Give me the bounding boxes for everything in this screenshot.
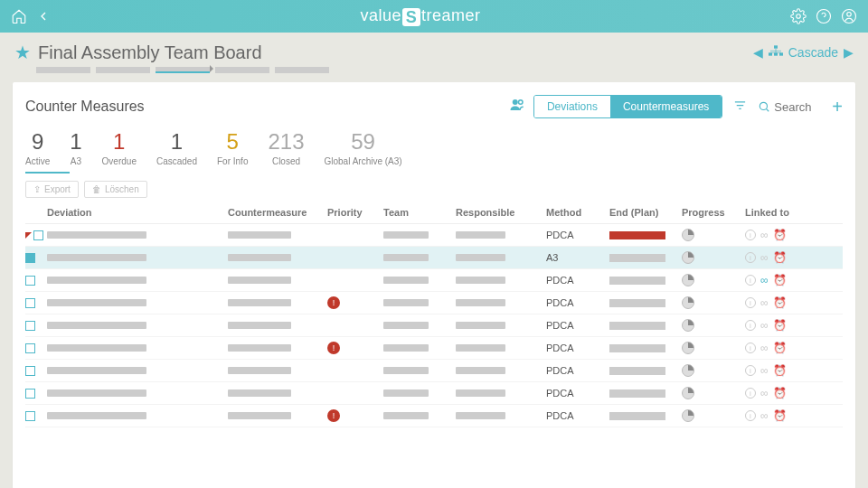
chevron-right-icon[interactable]: ▶	[844, 45, 854, 60]
alarm-icon[interactable]: ⏰	[773, 387, 787, 399]
link-icon[interactable]: ∞	[760, 251, 769, 264]
stat-active[interactable]: 9Active	[25, 129, 70, 174]
stat-global-archive-a3-[interactable]: 59Global Archive (A3)	[325, 129, 422, 174]
table-row[interactable]: !PDCAi∞⏰	[25, 292, 843, 314]
info-icon[interactable]: i	[745, 365, 756, 376]
alarm-icon[interactable]: ⏰	[773, 319, 787, 332]
checkbox[interactable]	[25, 343, 35, 353]
stat-closed[interactable]: 213Closed	[268, 129, 324, 174]
stat-overdue[interactable]: 1Overdue	[102, 129, 156, 174]
link-icon[interactable]: ∞	[760, 229, 769, 241]
info-icon[interactable]: i	[745, 230, 756, 240]
responsible-text	[456, 254, 505, 261]
home-icon[interactable]	[11, 8, 27, 24]
table-row[interactable]: PDCAi∞⏰	[25, 224, 843, 247]
info-icon[interactable]: i	[745, 388, 756, 399]
checkbox[interactable]	[25, 298, 35, 308]
search[interactable]	[758, 100, 819, 114]
method-text: PDCA	[546, 410, 609, 421]
team-text	[383, 254, 429, 261]
tab[interactable]	[215, 67, 269, 73]
col-method[interactable]: Method	[546, 207, 609, 218]
link-icon[interactable]: ∞	[760, 364, 769, 377]
table-row[interactable]: !PDCAi∞⏰	[25, 337, 843, 360]
gear-icon[interactable]	[790, 8, 807, 24]
add-button[interactable]: +	[832, 97, 843, 117]
info-icon[interactable]: i	[745, 252, 756, 263]
toggle-deviations[interactable]: Deviations	[534, 96, 610, 117]
col-linked[interactable]: Linked to	[745, 207, 817, 218]
col-responsible[interactable]: Responsible	[456, 207, 546, 218]
search-icon	[758, 100, 770, 113]
col-end[interactable]: End (Plan)	[609, 207, 682, 218]
link-icon[interactable]: ∞	[760, 409, 769, 422]
table-row[interactable]: PDCAi∞⏰	[25, 314, 843, 337]
checkbox[interactable]	[25, 276, 35, 286]
stat-a3[interactable]: 1A3	[70, 129, 101, 174]
alarm-icon[interactable]: ⏰	[773, 296, 787, 309]
chevron-left-icon[interactable]: ◀	[753, 45, 763, 60]
info-icon[interactable]: i	[745, 343, 756, 353]
col-deviation[interactable]: Deviation	[47, 207, 228, 218]
cascade-nav[interactable]: ◀ Cascade ▶	[753, 45, 854, 61]
search-input[interactable]	[774, 100, 819, 114]
linked-icons: i∞⏰	[745, 409, 817, 422]
svg-point-12	[513, 99, 518, 105]
table-row[interactable]: !PDCAi∞⏰	[25, 405, 843, 427]
end-plan-bar	[609, 412, 665, 420]
responsible-text	[456, 389, 505, 397]
svg-rect-7	[774, 52, 778, 55]
link-icon[interactable]: ∞	[760, 387, 769, 399]
back-icon[interactable]	[36, 9, 51, 23]
col-team[interactable]: Team	[383, 207, 456, 218]
table-row[interactable]: PDCAi∞⏰	[25, 360, 843, 382]
table-row[interactable]: A3i∞⏰	[25, 247, 843, 269]
checkbox[interactable]	[25, 389, 35, 399]
table-row[interactable]: PDCAi∞⏰	[25, 382, 843, 405]
col-countermeasure[interactable]: Countermeasure	[228, 207, 327, 218]
filter-icon[interactable]	[733, 99, 747, 115]
checkbox[interactable]	[25, 253, 35, 263]
help-icon[interactable]	[816, 8, 832, 24]
user-icon[interactable]	[841, 8, 857, 24]
stat-cascaded[interactable]: 1Cascaded	[156, 129, 217, 174]
tab[interactable]	[275, 67, 329, 73]
tab[interactable]	[96, 67, 150, 73]
link-icon[interactable]: ∞	[760, 274, 769, 286]
method-text: PDCA	[546, 275, 609, 286]
people-icon[interactable]	[508, 97, 526, 117]
col-progress[interactable]: Progress	[682, 207, 745, 218]
checkbox[interactable]	[25, 366, 35, 376]
toggle-countermeasures[interactable]: Countermeasures	[610, 96, 722, 117]
col-priority[interactable]: Priority	[327, 207, 383, 218]
alarm-icon[interactable]: ⏰	[773, 342, 787, 354]
deviation-text	[47, 254, 146, 261]
delete-button[interactable]: 🗑 Löschen	[84, 181, 147, 198]
link-icon[interactable]: ∞	[760, 319, 769, 332]
alarm-icon[interactable]: ⏰	[773, 409, 787, 422]
alarm-icon[interactable]: ⏰	[773, 251, 787, 264]
alarm-icon[interactable]: ⏰	[773, 364, 787, 377]
progress-icon	[682, 229, 694, 241]
export-button[interactable]: ⇪ Export	[25, 181, 79, 198]
info-icon[interactable]: i	[745, 297, 756, 308]
link-icon[interactable]: ∞	[760, 342, 769, 354]
page-header: ★ Final Assembly Team Board ◀ Cascade ▶	[0, 33, 868, 63]
info-icon[interactable]: i	[745, 275, 756, 286]
checkbox[interactable]	[25, 411, 35, 421]
tab-active[interactable]	[156, 67, 210, 73]
alarm-icon[interactable]: ⏰	[773, 274, 787, 286]
info-icon[interactable]: i	[745, 410, 756, 421]
alarm-icon[interactable]: ⏰	[773, 229, 787, 241]
checkbox[interactable]	[33, 230, 43, 240]
end-plan-bar	[609, 322, 665, 330]
tab[interactable]	[36, 67, 90, 73]
stat-for-info[interactable]: 5For Info	[217, 129, 268, 174]
deviation-text	[47, 367, 146, 374]
app-logo: valueStreamer	[51, 6, 790, 25]
star-icon[interactable]: ★	[14, 42, 31, 63]
table-row[interactable]: PDCAi∞⏰	[25, 269, 843, 292]
checkbox[interactable]	[25, 321, 35, 331]
link-icon[interactable]: ∞	[760, 296, 769, 309]
info-icon[interactable]: i	[745, 320, 756, 331]
